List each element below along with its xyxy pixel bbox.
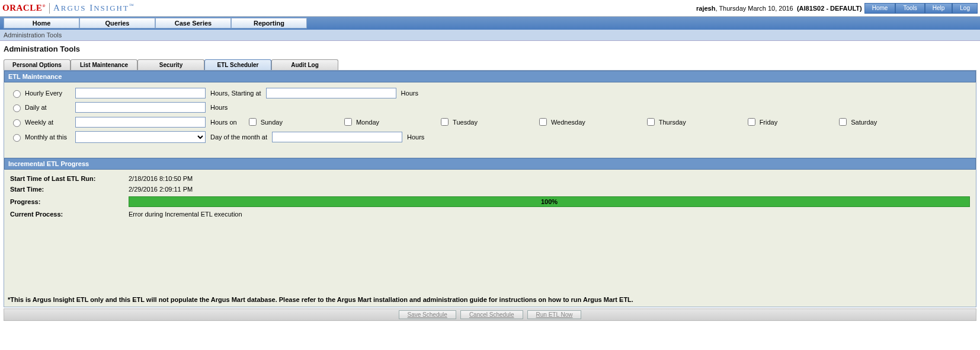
chk-monday[interactable]: Monday <box>342 116 379 128</box>
progress-label: Progress: <box>10 198 129 205</box>
nav-queries[interactable]: Queries <box>79 18 155 28</box>
nav-case-series[interactable]: Case Series <box>155 18 231 28</box>
incr-etl-body: Start Time of Last ETL Run: 2/18/2016 8:… <box>4 170 976 222</box>
hourly-every-input[interactable] <box>75 88 206 98</box>
cancel-schedule-button[interactable]: Cancel Schedule <box>460 310 523 319</box>
incr-etl-header: Incremental ETL Progress <box>4 158 976 170</box>
weekly-input[interactable] <box>75 117 206 128</box>
monthly-hours-input[interactable] <box>272 132 402 142</box>
breadcrumb: Administration Tools <box>0 30 980 41</box>
top-tools-button[interactable]: Tools <box>895 3 924 14</box>
weekly-row: Weekly at Hours on Sunday Monday Tuesday… <box>4 114 976 129</box>
run-etl-button[interactable]: Run ETL Now <box>527 310 582 319</box>
logo-divider <box>49 3 50 14</box>
weekly-radio[interactable] <box>13 119 21 127</box>
hourly-start-input[interactable] <box>266 88 396 98</box>
monthly-row: Monthly at this Day of the month at Hour… <box>4 129 976 145</box>
last-etl-value: 2/18/2016 8:10:50 PM <box>129 175 970 182</box>
save-schedule-button[interactable]: Save Schedule <box>399 310 456 319</box>
weekly-days: Sunday Monday Tuesday Wednesday Thursday… <box>246 116 970 128</box>
chk-wednesday[interactable]: Wednesday <box>537 116 585 128</box>
daily-row: Daily at Hours <box>4 100 976 114</box>
etl-note: *This is Argus Insight ETL only and this… <box>8 296 972 303</box>
etl-maint-body: Hourly Every Hours, Starting at Hours Da… <box>4 82 976 149</box>
hourly-end-label: Hours <box>401 90 418 97</box>
monthly-radio[interactable] <box>13 134 21 142</box>
tab-personal-options[interactable]: Personal Options <box>4 59 71 70</box>
monthly-mid-label: Day of the month at <box>210 133 267 141</box>
top-home-button[interactable]: Home <box>864 3 896 14</box>
hourly-mid-label: Hours, Starting at <box>210 90 261 97</box>
argus-logo: ARGUS INSIGHT™ <box>53 3 134 13</box>
hourly-radio[interactable] <box>13 90 21 98</box>
user-info: rajesh, Thursday March 10, 2016 (AI81S02… <box>696 5 862 12</box>
monthly-radio-label[interactable]: Monthly at this <box>10 132 75 142</box>
panel-wrap: ETL Maintenance Hourly Every Hours, Star… <box>4 70 976 307</box>
oracle-logo: ORACLE® <box>2 3 46 13</box>
chk-friday[interactable]: Friday <box>745 116 778 128</box>
monthly-end-label: Hours <box>407 133 424 141</box>
top-log-button[interactable]: Log <box>952 3 978 14</box>
footer-bar: Save Schedule Cancel Schedule Run ETL No… <box>4 308 976 321</box>
tab-security[interactable]: Security <box>137 59 204 70</box>
daily-radio[interactable] <box>13 104 21 112</box>
chk-saturday[interactable]: Saturday <box>837 116 877 128</box>
daily-radio-label[interactable]: Daily at <box>10 103 75 112</box>
last-etl-label: Start Time of Last ETL Run: <box>10 175 129 182</box>
chk-sunday[interactable]: Sunday <box>246 116 283 128</box>
start-time-value: 2/29/2016 2:09:11 PM <box>129 186 970 193</box>
monthly-day-select[interactable] <box>75 131 206 143</box>
daily-end-label: Hours <box>210 104 228 111</box>
current-process-value: Error during Incremental ETL execution <box>129 211 970 218</box>
tab-list-maintenance[interactable]: List Maintenance <box>71 59 137 70</box>
sub-tabs: Personal Options List Maintenance Securi… <box>0 59 980 70</box>
daily-input[interactable] <box>75 102 206 113</box>
hourly-row: Hourly Every Hours, Starting at Hours <box>4 86 976 100</box>
etl-maint-header: ETL Maintenance <box>4 71 976 82</box>
tab-etl-scheduler[interactable]: ETL Scheduler <box>204 59 271 70</box>
top-help-button[interactable]: Help <box>925 3 953 14</box>
progress-bar: 100% <box>129 196 970 207</box>
chk-thursday[interactable]: Thursday <box>645 116 686 128</box>
nav-reporting[interactable]: Reporting <box>231 18 307 28</box>
chk-tuesday[interactable]: Tuesday <box>438 116 478 128</box>
start-time-label: Start Time: <box>10 186 129 193</box>
current-process-label: Current Process: <box>10 211 129 218</box>
progress-value: 100% <box>541 198 558 205</box>
weekly-end-label: Hours on <box>210 119 237 126</box>
page-title: Administration Tools <box>0 41 980 59</box>
weekly-radio-label[interactable]: Weekly at <box>10 117 75 127</box>
header-right: rajesh, Thursday March 10, 2016 (AI81S02… <box>696 3 978 14</box>
hourly-radio-label[interactable]: Hourly Every <box>10 88 75 98</box>
app-header: ORACLE® ARGUS INSIGHT™ rajesh, Thursday … <box>0 0 980 17</box>
tab-audit-log[interactable]: Audit Log <box>271 59 338 70</box>
nav-home[interactable]: Home <box>4 18 79 28</box>
main-nav: Home Queries Case Series Reporting <box>0 17 980 30</box>
